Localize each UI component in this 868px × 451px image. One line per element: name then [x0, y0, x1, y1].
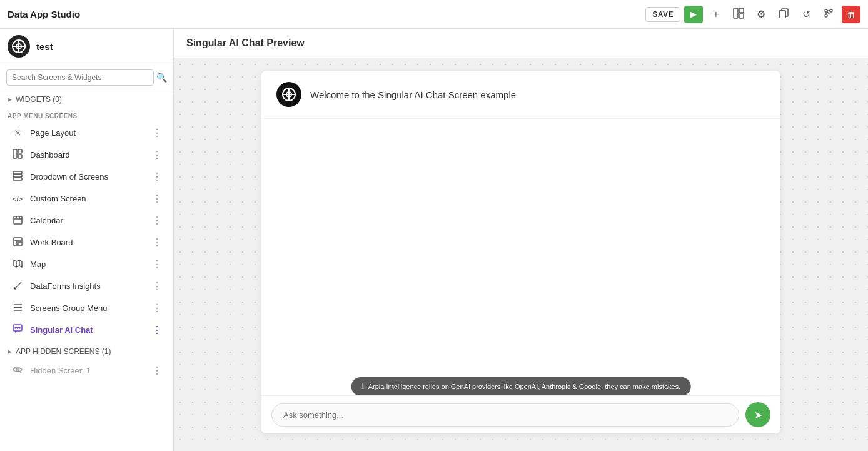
svg-marker-30 [14, 260, 22, 267]
content-area: Singular AI Chat Preview Welcome to the … [174, 29, 868, 451]
settings-button[interactable]: ⚙ [752, 6, 770, 23]
play-icon: ▶ [690, 9, 697, 19]
send-icon: ➤ [754, 409, 762, 421]
chat-logo [276, 82, 301, 107]
copy-button[interactable] [774, 6, 793, 23]
hidden-screens-label: APP HIDDEN SCREENS (1) [16, 347, 111, 356]
svg-line-33 [14, 282, 21, 289]
sidebar-item-screens-group-menu[interactable]: Screens Group Menu ⋮ [3, 297, 171, 319]
dashboard-more-button[interactable]: ⋮ [151, 149, 163, 161]
save-button[interactable]: SAVE [645, 7, 680, 22]
work-board-icon [11, 237, 24, 248]
screens-group-menu-label: Screens Group Menu [30, 303, 108, 313]
dropdown-screens-more-button[interactable]: ⋮ [151, 171, 163, 183]
svg-rect-16 [13, 149, 17, 158]
svg-point-41 [17, 327, 18, 328]
app-logo [8, 35, 30, 58]
chat-header: Welcome to the Singular AI Chat Screen e… [261, 71, 780, 119]
screens-group-menu-icon [11, 303, 24, 313]
sidebar-item-page-layout[interactable]: ✳ Page Layout ⋮ [3, 122, 171, 144]
sidebar-item-singular-ai-chat[interactable]: Singular AI Chat ⋮ [3, 319, 171, 341]
svg-rect-18 [18, 155, 22, 158]
calendar-more-button[interactable]: ⋮ [151, 215, 163, 226]
svg-point-7 [825, 14, 827, 17]
sidebar-item-work-board[interactable]: Work Board ⋮ [3, 231, 171, 253]
disclaimer-text: Arpia Intelligence relies on GenAI provi… [368, 383, 681, 390]
dataforms-insights-more-button[interactable]: ⋮ [151, 280, 163, 292]
copy-icon [779, 8, 789, 21]
sidebar-item-calendar[interactable]: Calendar ⋮ [3, 210, 171, 231]
branch-button[interactable] [819, 6, 838, 23]
topbar: Data App Studio SAVE ▶ + ⚙ [0, 0, 868, 29]
hidden-screens-toggle[interactable]: ▶ APP HIDDEN SCREENS (1) [0, 343, 173, 360]
app-menu-section-label: APP MENU SCREENS [0, 108, 173, 122]
page-layout-label: Page Layout [30, 128, 76, 138]
chat-send-button[interactable]: ➤ [745, 402, 770, 427]
sidebar-item-hidden-screen-1[interactable]: Hidden Screen 1 ⋮ [3, 360, 171, 382]
history-button[interactable]: ↺ [797, 6, 815, 23]
search-bar: 🔍 [0, 64, 173, 91]
play-button[interactable]: ▶ [684, 6, 703, 23]
custom-screen-icon: </> [11, 195, 24, 203]
add-button[interactable]: + [707, 6, 725, 23]
dataforms-insights-label: DataForms Insights [30, 281, 101, 291]
svg-rect-22 [14, 216, 22, 224]
svg-rect-4 [779, 11, 785, 18]
calendar-icon [11, 215, 24, 226]
sidebar-item-dataforms-insights[interactable]: DataForms Insights ⋮ [3, 275, 171, 297]
sidebar-item-map[interactable]: Map ⋮ [3, 253, 171, 275]
calendar-label: Calendar [30, 216, 63, 225]
chat-input-bar: ➤ [261, 395, 780, 433]
svg-rect-2 [739, 14, 744, 18]
screens-group-menu-more-button[interactable]: ⋮ [151, 302, 163, 314]
singular-ai-chat-more-button[interactable]: ⋮ [151, 324, 163, 336]
map-icon [11, 259, 24, 270]
sidebar-item-dropdown-screens[interactable]: Dropdown of Screens ⋮ [3, 166, 171, 188]
delete-button[interactable]: 🗑 [842, 6, 860, 23]
search-input[interactable] [6, 69, 154, 86]
dashboard-icon [11, 149, 24, 161]
page-layout-more-button[interactable]: ⋮ [151, 127, 163, 139]
hidden-screens-arrow-icon: ▶ [8, 348, 12, 355]
hidden-screen-1-more-button[interactable]: ⋮ [151, 365, 163, 377]
chat-input[interactable] [271, 403, 739, 427]
chat-container: Welcome to the Singular AI Chat Screen e… [261, 71, 780, 433]
settings-icon: ⚙ [757, 8, 765, 20]
svg-rect-20 [13, 175, 22, 177]
search-button[interactable]: 🔍 [156, 73, 167, 83]
map-more-button[interactable]: ⋮ [151, 258, 163, 270]
disclaimer-icon: ℹ [361, 382, 365, 391]
branch-icon [824, 8, 834, 21]
preview-canvas: Welcome to the Singular AI Chat Screen e… [174, 58, 868, 451]
custom-screen-more-button[interactable]: ⋮ [151, 193, 163, 205]
chat-welcome-text: Welcome to the Singular AI Chat Screen e… [310, 89, 516, 100]
sidebar: test 🔍 ▶ WIDGETS (0) APP MENU SCREENS ✳ … [0, 29, 174, 451]
svg-rect-1 [739, 8, 744, 13]
svg-rect-17 [18, 149, 22, 153]
dashboard-label: Dashboard [30, 150, 70, 160]
widgets-toggle[interactable]: ▶ WIDGETS (0) [0, 91, 173, 108]
sidebar-item-custom-screen[interactable]: </> Custom Screen ⋮ [3, 188, 171, 210]
svg-rect-0 [734, 8, 738, 18]
svg-point-40 [15, 327, 16, 328]
dropdown-screens-label: Dropdown of Screens [30, 172, 108, 181]
hidden-screen-1-label: Hidden Screen 1 [30, 366, 91, 375]
delete-icon: 🗑 [847, 9, 855, 19]
project-name: test [36, 41, 53, 52]
svg-line-11 [827, 11, 830, 14]
singular-ai-chat-icon [11, 324, 24, 336]
sidebar-header: test [0, 29, 173, 64]
widgets-arrow-icon: ▶ [8, 96, 12, 103]
history-icon: ↺ [802, 8, 810, 20]
add-icon: + [713, 9, 719, 20]
chat-disclaimer: ℹ Arpia Intelligence relies on GenAI pro… [351, 377, 691, 396]
layout-icon [733, 8, 744, 21]
svg-point-42 [19, 327, 20, 328]
work-board-more-button[interactable]: ⋮ [151, 236, 163, 248]
dataforms-insights-icon [11, 281, 24, 292]
singular-ai-chat-label: Singular AI Chat [30, 325, 93, 335]
sidebar-item-dashboard[interactable]: Dashboard ⋮ [3, 144, 171, 166]
layout-button[interactable] [729, 6, 748, 23]
topbar-actions: SAVE ▶ + ⚙ [645, 6, 860, 23]
svg-point-8 [830, 9, 832, 12]
